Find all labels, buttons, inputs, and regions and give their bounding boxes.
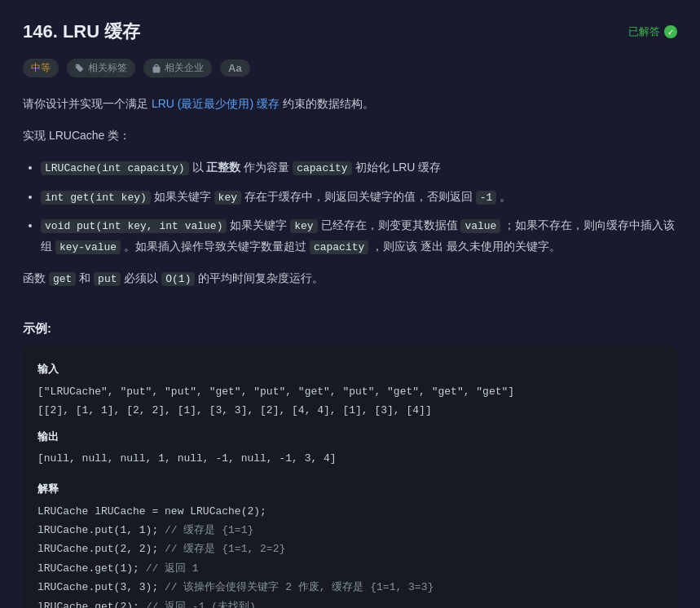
page-title: 146. LRU 缓存	[23, 20, 140, 44]
bullet-item-1: LRUCache(int capacity) 以 正整数 作为容量 capaci…	[41, 157, 677, 178]
bullet-list: LRUCache(int capacity) 以 正整数 作为容量 capaci…	[23, 157, 677, 257]
explain-label: 解释	[37, 479, 663, 498]
explain-line-2: lRUCache.put(1, 1); // 缓存是 {1=1}	[37, 521, 663, 540]
code-capacity-2: capacity	[310, 240, 368, 254]
tag-icon	[75, 64, 85, 73]
header-row: 146. LRU 缓存 已解答 ✓	[23, 20, 677, 44]
code-minus1: -1	[476, 191, 497, 205]
description-intro: 请你设计并实现一个满足 LRU (最近最少使用) 缓存 约束的数据结构。	[23, 94, 677, 114]
bullet-item-3: void put(int key, int value) 如果关键字 key 已…	[41, 215, 677, 257]
code-key-1: key	[214, 191, 241, 205]
description-line2: 实现 LRUCache 类：	[23, 126, 677, 146]
code-put-signature: void put(int key, int value)	[41, 219, 227, 233]
code-put: put	[94, 272, 121, 286]
bullet-item-2: int get(int key) 如果关键字 key 存在于缓存中，则返回关键字…	[41, 187, 677, 207]
spacer	[23, 305, 677, 321]
code-lrucache-constructor: LRUCache(int capacity)	[41, 161, 189, 175]
tag-font-size[interactable]: Aa	[220, 59, 250, 77]
input-line1: ["LRUCache", "put", "put", "get", "put",…	[37, 382, 663, 401]
tag-related-tags[interactable]: 相关标签	[67, 59, 135, 77]
tag-related-companies[interactable]: 相关企业	[143, 59, 212, 77]
complexity-line: 函数 get 和 put 必须以 O(1) 的平均时间复杂度运行。	[23, 268, 677, 289]
comment-6: // 返回 -1 (未找到)	[146, 601, 256, 608]
tags-row: 中等 相关标签 相关企业 Aa	[23, 59, 677, 77]
explain-line-6: lRUCache.get(2); // 返回 -1 (未找到)	[37, 597, 663, 608]
output-line: [null, null, null, 1, null, -1, null, -1…	[37, 449, 663, 468]
code-capacity-1: capacity	[293, 161, 351, 175]
code-get-signature: int get(int key)	[41, 191, 151, 205]
code-get: get	[49, 272, 76, 286]
code-key-value: key-value	[55, 240, 121, 254]
code-key-2: key	[290, 219, 317, 233]
solved-label: 已解答	[628, 24, 660, 39]
example-section-title: 示例:	[23, 321, 677, 337]
explain-line-4: lRUCache.get(1); // 返回 1	[37, 559, 663, 578]
comment-3: // 缓存是 {1=1, 2=2}	[165, 543, 285, 555]
output-label: 输出	[37, 427, 663, 446]
lru-link[interactable]: LRU (最近最少使用) 缓存	[152, 97, 280, 110]
input-label: 输入	[37, 359, 663, 378]
example-block: 输入 ["LRUCache", "put", "put", "get", "pu…	[23, 346, 677, 608]
comment-5: // 该操作会使得关键字 2 作废, 缓存是 {1=1, 3=3}	[165, 581, 434, 593]
solved-badge: 已解答 ✓	[628, 24, 677, 39]
explain-line-1: LRUCache lRUCache = new LRUCache(2);	[37, 502, 663, 521]
comment-4: // 返回 1	[146, 562, 199, 575]
comment-2: // 缓存是 {1=1}	[165, 524, 253, 536]
check-icon: ✓	[664, 25, 677, 38]
tag-difficulty[interactable]: 中等	[23, 59, 59, 77]
explain-line-5: lRUCache.put(3, 3); // 该操作会使得关键字 2 作废, 缓…	[37, 578, 663, 597]
spacer2	[37, 468, 663, 479]
code-value: value	[460, 219, 500, 233]
main-container: 146. LRU 缓存 已解答 ✓ 中等 相关标签 相关企业 Aa 请你设计并实…	[0, 0, 700, 608]
explain-line-3: lRUCache.put(2, 2); // 缓存是 {1=1, 2=2}	[37, 540, 663, 558]
input-line2: [[2], [1, 1], [2, 2], [1], [3, 3], [2], …	[37, 401, 663, 420]
code-o1: O(1)	[161, 272, 195, 286]
lock-icon	[152, 64, 161, 73]
